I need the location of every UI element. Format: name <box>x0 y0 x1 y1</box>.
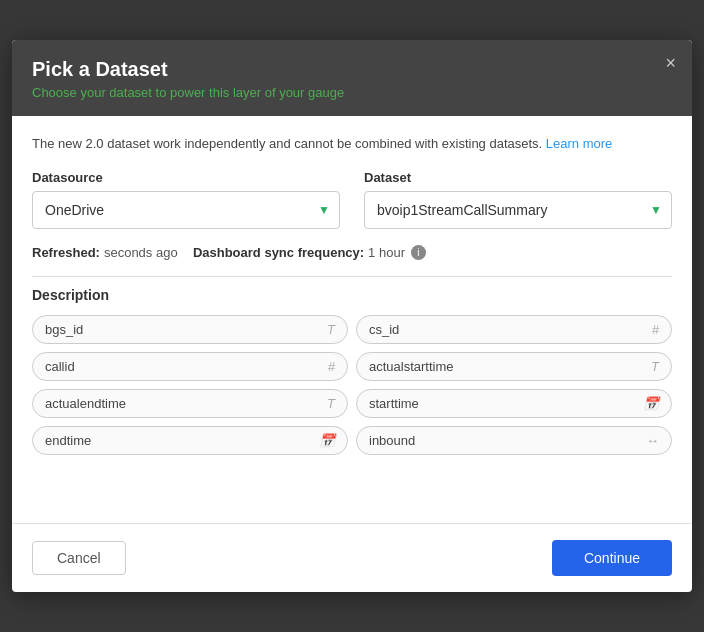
field-chip[interactable]: bgs_idT <box>32 315 348 344</box>
field-chip[interactable]: actualstarttimeT <box>356 352 672 381</box>
field-chip[interactable]: actualendtimeT <box>32 389 348 418</box>
modal-footer: Cancel Continue <box>12 523 692 592</box>
dataset-label: Dataset <box>364 170 672 185</box>
field-chip[interactable]: endtime📅 <box>32 426 348 455</box>
field-name: actualendtime <box>45 396 126 411</box>
meta-row: Refreshed: seconds ago Dashboard sync fr… <box>32 245 672 260</box>
modal-title: Pick a Dataset <box>32 58 672 81</box>
datasource-group: Datasource OneDriveGoogle DriveDropbox ▼ <box>32 170 340 229</box>
info-icon[interactable]: i <box>411 245 426 260</box>
field-chip[interactable]: cs_id# <box>356 315 672 344</box>
dataset-select-wrapper: bvoip1StreamCallSummary ▼ <box>364 191 672 229</box>
field-name: inbound <box>369 433 415 448</box>
field-name: bgs_id <box>45 322 83 337</box>
field-name: cs_id <box>369 322 399 337</box>
field-chip[interactable]: starttime📅 <box>356 389 672 418</box>
refreshed-value: seconds ago <box>104 245 178 260</box>
fields-grid: bgs_idTcs_id#callid#actualstarttimeTactu… <box>32 315 672 463</box>
sync-value: 1 hour <box>368 245 405 260</box>
description-section-title: Description <box>32 276 672 315</box>
cancel-button[interactable]: Cancel <box>32 541 126 575</box>
field-name: callid <box>45 359 75 374</box>
datasource-select-wrapper: OneDriveGoogle DriveDropbox ▼ <box>32 191 340 229</box>
form-row: Datasource OneDriveGoogle DriveDropbox ▼… <box>32 170 672 229</box>
field-chip[interactable]: inbound↔ <box>356 426 672 455</box>
fields-container[interactable]: bgs_idTcs_id#callid#actualstarttimeTactu… <box>32 315 672 515</box>
sync-label: Dashboard sync frequency: <box>193 245 364 260</box>
info-text: The new 2.0 dataset work independently a… <box>32 134 672 154</box>
continue-button[interactable]: Continue <box>552 540 672 576</box>
datasource-label: Datasource <box>32 170 340 185</box>
modal-overlay: Pick a Dataset Choose your dataset to po… <box>0 0 704 632</box>
field-name: endtime <box>45 433 91 448</box>
close-button[interactable]: × <box>665 54 676 72</box>
modal-body: The new 2.0 dataset work independently a… <box>12 116 692 515</box>
field-name: actualstarttime <box>369 359 454 374</box>
field-chip[interactable]: callid# <box>32 352 348 381</box>
datasource-select[interactable]: OneDriveGoogle DriveDropbox <box>32 191 340 229</box>
refreshed-label: Refreshed: <box>32 245 100 260</box>
modal-subtitle: Choose your dataset to power this layer … <box>32 85 672 100</box>
learn-more-link[interactable]: Learn more <box>546 136 612 151</box>
pick-dataset-modal: Pick a Dataset Choose your dataset to po… <box>12 40 692 592</box>
field-name: starttime <box>369 396 419 411</box>
dataset-select[interactable]: bvoip1StreamCallSummary <box>364 191 672 229</box>
modal-header: Pick a Dataset Choose your dataset to po… <box>12 40 692 116</box>
dataset-group: Dataset bvoip1StreamCallSummary ▼ <box>364 170 672 229</box>
